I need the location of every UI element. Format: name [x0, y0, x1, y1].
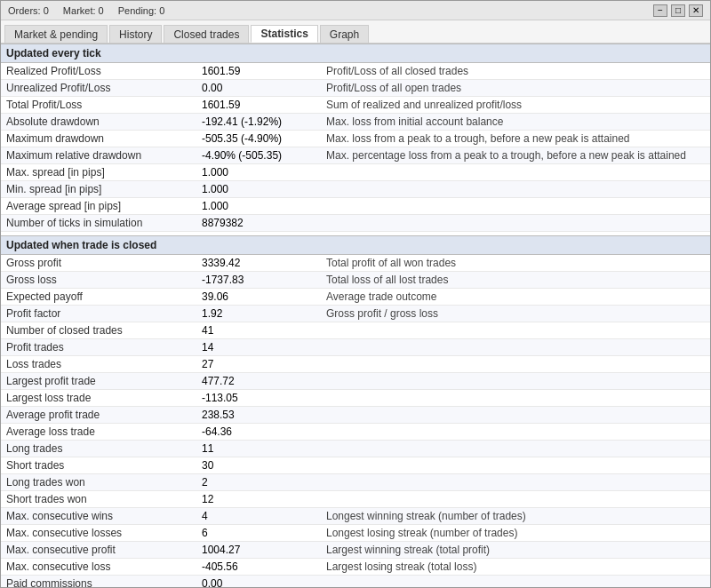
- row-value: 1.000: [196, 164, 321, 181]
- row-value: 238.53: [196, 407, 321, 424]
- tab-closed-trades[interactable]: Closed trades: [164, 25, 249, 43]
- row-value: -405.56: [196, 559, 321, 576]
- row-value: 1601.59: [196, 97, 321, 114]
- row-desc: Longest losing streak (number of trades): [321, 525, 710, 542]
- row-value: 1.000: [196, 198, 321, 215]
- row-label: Average loss trade: [1, 424, 196, 441]
- row-value: 12: [196, 491, 321, 508]
- row-desc: Gross profit / gross loss: [321, 306, 710, 322]
- table-row: Max. consecutive profit 1004.27 Largest …: [1, 542, 710, 559]
- table-row: Maximum relative drawdown -4.90% (-505.3…: [1, 147, 710, 164]
- table-row: Short trades won 12: [1, 491, 710, 508]
- row-desc: [321, 576, 710, 588]
- tab-market[interactable]: Market & pending: [4, 25, 108, 43]
- row-value: -4.90% (-505.35): [196, 147, 321, 164]
- table-row: Unrealized Profit/Loss 0.00 Profit/Loss …: [1, 80, 710, 97]
- row-desc: Sum of realized and unrealized profit/lo…: [321, 97, 710, 114]
- row-label: Maximum relative drawdown: [1, 147, 196, 164]
- row-value: 1004.27: [196, 542, 321, 559]
- tab-graph[interactable]: Graph: [320, 25, 369, 43]
- row-label: Absolute drawdown: [1, 114, 196, 131]
- row-label: Short trades won: [1, 491, 196, 508]
- statistics-content: Updated every tick Realized Profit/Loss …: [1, 44, 710, 587]
- row-label: Max. consecutive loss: [1, 559, 196, 576]
- row-desc: [321, 164, 710, 181]
- row-value: 0.00: [196, 576, 321, 588]
- row-label: Maximum drawdown: [1, 131, 196, 147]
- row-label: Max. spread [in pips]: [1, 164, 196, 181]
- table-row: Average spread [in pips] 1.000: [1, 198, 710, 215]
- title-bar: Orders: 0 Market: 0 Pending: 0 − □ ✕: [1, 1, 710, 20]
- main-window: Orders: 0 Market: 0 Pending: 0 − □ ✕ Mar…: [0, 0, 711, 588]
- row-label: Long trades won: [1, 474, 196, 491]
- table-row: Long trades won 2: [1, 474, 710, 491]
- row-label: Unrealized Profit/Loss: [1, 80, 196, 97]
- row-desc: [321, 390, 710, 407]
- table-row: Gross profit 3339.42 Total profit of all…: [1, 255, 710, 272]
- table-row: Realized Profit/Loss 1601.59 Profit/Loss…: [1, 63, 710, 80]
- row-desc: [321, 356, 710, 373]
- row-desc: [321, 339, 710, 356]
- market-label: Market: 0: [63, 5, 104, 16]
- row-label: Total Profit/Loss: [1, 97, 196, 114]
- row-desc: [321, 474, 710, 491]
- table-row: Max. consecutive wins 4 Longest winning …: [1, 508, 710, 525]
- table-row: Profit factor 1.92 Gross profit / gross …: [1, 306, 710, 322]
- row-label: Long trades: [1, 441, 196, 457]
- tab-statistics[interactable]: Statistics: [251, 25, 317, 43]
- table-row: Max. consecutive losses 6 Longest losing…: [1, 525, 710, 542]
- minimize-button[interactable]: −: [653, 4, 667, 17]
- section1-table: Realized Profit/Loss 1601.59 Profit/Loss…: [1, 63, 710, 232]
- row-label: Largest loss trade: [1, 390, 196, 407]
- row-desc: Profit/Loss of all open trades: [321, 80, 710, 97]
- maximize-button[interactable]: □: [671, 4, 685, 17]
- table-row: Max. spread [in pips] 1.000: [1, 164, 710, 181]
- row-desc: [321, 181, 710, 198]
- row-desc: Average trade outcome: [321, 289, 710, 306]
- row-value: 1.92: [196, 306, 321, 322]
- row-desc: [321, 373, 710, 390]
- row-label: Min. spread [in pips]: [1, 181, 196, 198]
- row-label: Max. consecutive wins: [1, 508, 196, 525]
- row-value: 27: [196, 356, 321, 373]
- row-value: -505.35 (-4.90%): [196, 131, 321, 147]
- row-value: 0.00: [196, 80, 321, 97]
- row-desc: [321, 215, 710, 232]
- row-label: Expected payoff: [1, 289, 196, 306]
- row-value: -1737.83: [196, 272, 321, 289]
- row-value: 3339.42: [196, 255, 321, 272]
- table-row: Expected payoff 39.06 Average trade outc…: [1, 289, 710, 306]
- close-button[interactable]: ✕: [689, 4, 703, 17]
- row-value: 1.000: [196, 181, 321, 198]
- row-label: Average spread [in pips]: [1, 198, 196, 215]
- row-label: Largest profit trade: [1, 373, 196, 390]
- section1-header: Updated every tick: [1, 44, 710, 63]
- pending-label: Pending: 0: [118, 5, 165, 16]
- row-value: -113.05: [196, 390, 321, 407]
- row-desc: Largest winning streak (total profit): [321, 542, 710, 559]
- row-value: 8879382: [196, 215, 321, 232]
- row-label: Gross profit: [1, 255, 196, 272]
- table-row: Min. spread [in pips] 1.000: [1, 181, 710, 198]
- row-label: Short trades: [1, 457, 196, 474]
- row-desc: [321, 491, 710, 508]
- tab-history[interactable]: History: [109, 25, 162, 43]
- row-value: -192.41 (-1.92%): [196, 114, 321, 131]
- row-label: Realized Profit/Loss: [1, 63, 196, 80]
- row-value: 14: [196, 339, 321, 356]
- table-row: Profit trades 14: [1, 339, 710, 356]
- row-desc: [321, 407, 710, 424]
- row-value: 6: [196, 525, 321, 542]
- table-row: Loss trades 27: [1, 356, 710, 373]
- row-desc: Profit/Loss of all closed trades: [321, 63, 710, 80]
- row-desc: [321, 198, 710, 215]
- row-label: Loss trades: [1, 356, 196, 373]
- table-row: Largest profit trade 477.72: [1, 373, 710, 390]
- table-row: Average profit trade 238.53: [1, 407, 710, 424]
- row-value: 2: [196, 474, 321, 491]
- row-desc: Max. loss from a peak to a trough, befor…: [321, 131, 710, 147]
- orders-label: Orders: 0: [8, 5, 49, 16]
- row-desc: Longest winning streak (number of trades…: [321, 508, 710, 525]
- tab-bar: Market & pending History Closed trades S…: [1, 20, 710, 44]
- title-bar-stats: Orders: 0 Market: 0 Pending: 0: [8, 5, 164, 16]
